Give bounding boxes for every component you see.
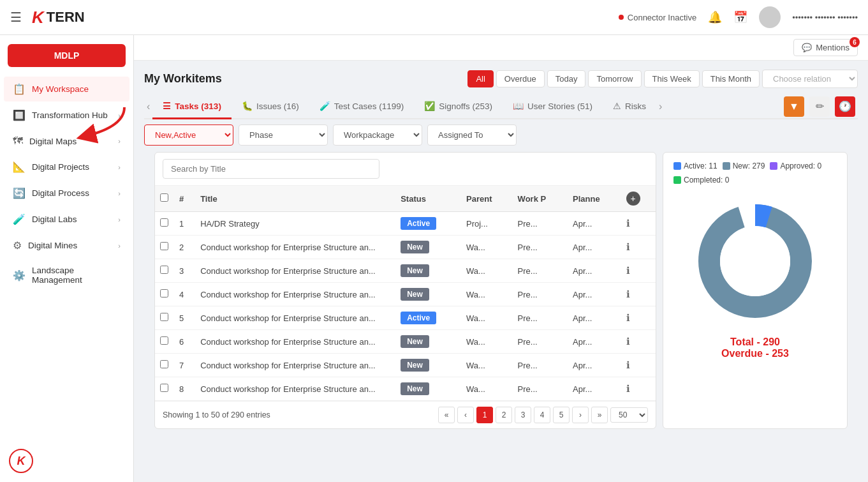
- legend-dot-completed: [673, 176, 681, 184]
- chevron-icon-2: ›: [118, 137, 121, 145]
- sidebar-item-digital-projects[interactable]: 📐 Digital Projects ›: [4, 154, 129, 179]
- col-planned: Planne: [568, 186, 621, 212]
- first-page-btn[interactable]: «: [438, 407, 455, 423]
- row-planned-1: Apr...: [568, 236, 621, 259]
- bell-icon[interactable]: 🔔: [708, 10, 722, 24]
- row-parent-2: Wa...: [461, 259, 513, 283]
- search-row: [155, 153, 656, 186]
- per-page-select[interactable]: 50 25 100: [610, 407, 648, 423]
- page-btn-4[interactable]: 4: [534, 407, 550, 423]
- app-logo: KTERN: [32, 8, 85, 27]
- calendar-icon[interactable]: 📅: [733, 10, 747, 24]
- choose-relation-select[interactable]: Choose relation: [762, 70, 858, 88]
- row-info-6[interactable]: ℹ: [621, 354, 656, 377]
- tasks-tab-icon: ☰: [163, 101, 171, 111]
- row-planned-6: Apr...: [568, 354, 621, 377]
- prev-tab-nav[interactable]: ‹: [144, 96, 152, 117]
- row-status-5: New: [395, 330, 461, 354]
- table-row: 1 HA/DR Strategy Active Proj... Pre... A…: [155, 212, 656, 236]
- row-title-3: Conduct workshop for Enterprise Structur…: [195, 283, 395, 306]
- prev-page-btn[interactable]: ‹: [457, 407, 474, 423]
- row-checkbox-0[interactable]: [160, 218, 168, 227]
- sub-tab-test-cases[interactable]: 🧪 Test Cases (1199): [309, 94, 415, 119]
- table-header-row: # Title Status Parent Work P Planne +: [155, 186, 656, 212]
- row-info-1[interactable]: ℹ: [621, 236, 656, 259]
- table-row: 2 Conduct workshop for Enterprise Struct…: [155, 236, 656, 259]
- sub-tab-signoffs[interactable]: ✅ Signoffs (253): [414, 94, 503, 119]
- sidebar-k-logo[interactable]: K: [9, 449, 33, 473]
- row-info-4[interactable]: ℹ: [621, 306, 656, 330]
- filter-tab-overdue[interactable]: Overdue: [496, 70, 545, 87]
- mentions-button[interactable]: 💬 Mentions: [793, 39, 858, 56]
- sidebar-item-digital-mines[interactable]: ⚙ Digital Mines ›: [4, 233, 129, 258]
- sidebar-item-transformation-hub[interactable]: 🔲 Transformation Hub ›: [4, 103, 129, 128]
- page-btn-5[interactable]: 5: [553, 407, 570, 423]
- avatar[interactable]: [759, 6, 781, 28]
- project-button[interactable]: MDLP: [8, 44, 126, 67]
- sub-tab-user-stories[interactable]: 📖 User Stories (51): [503, 94, 603, 119]
- phase-filter[interactable]: Phase: [239, 124, 328, 146]
- row-planned-0: Apr...: [568, 212, 621, 236]
- sidebar-item-my-workspace[interactable]: 📋 My Workspace: [4, 77, 129, 102]
- filter-action-button[interactable]: ▼: [784, 96, 804, 117]
- row-num-7: 8: [174, 377, 195, 401]
- row-checkbox-2[interactable]: [160, 266, 168, 274]
- clock-action-button[interactable]: 🕐: [835, 96, 855, 117]
- row-info-2[interactable]: ℹ: [621, 259, 656, 283]
- logo-tern: TERN: [47, 9, 85, 26]
- col-add[interactable]: +: [621, 186, 656, 212]
- sidebar-item-digital-labs[interactable]: 🧪 Digital Labs ›: [4, 207, 129, 232]
- sidebar-item-landscape-management[interactable]: ⚙️ Landscape Management: [4, 259, 129, 291]
- filter-tab-this-month[interactable]: This Month: [702, 70, 760, 87]
- row-status-4: Active: [395, 306, 461, 330]
- add-column-button[interactable]: +: [626, 192, 640, 206]
- row-status-6: New: [395, 354, 461, 377]
- workpackage-filter[interactable]: Workpackage: [333, 124, 422, 146]
- row-checkbox-3[interactable]: [160, 289, 168, 297]
- filter-tab-tomorrow[interactable]: Tomorrow: [588, 70, 641, 87]
- filter-tab-this-week[interactable]: This Week: [644, 70, 700, 87]
- sidebar-item-digital-process[interactable]: 🔄 Digital Process ›: [4, 181, 129, 206]
- row-checkbox-1[interactable]: [160, 242, 168, 250]
- table-wrapper[interactable]: # Title Status Parent Work P Planne +: [155, 186, 656, 401]
- last-page-btn[interactable]: »: [591, 407, 608, 423]
- row-checkbox-5[interactable]: [160, 336, 168, 345]
- row-checkbox-7[interactable]: [160, 384, 168, 392]
- chevron-icon-6: ›: [118, 242, 121, 250]
- sub-tab-risks[interactable]: ⚠ Risks: [603, 94, 656, 119]
- row-info-3[interactable]: ℹ: [621, 283, 656, 306]
- row-status-7: New: [395, 377, 461, 401]
- sub-tab-issues[interactable]: 🐛 Issues (16): [232, 94, 309, 119]
- select-all-checkbox[interactable]: [160, 193, 168, 202]
- page-btn-2[interactable]: 2: [496, 407, 512, 423]
- filter-tab-today[interactable]: Today: [547, 70, 586, 87]
- sidebar-item-digital-maps[interactable]: 🗺 Digital Maps ›: [4, 129, 129, 153]
- row-workp-4: Pre...: [513, 306, 568, 330]
- row-checkbox-6[interactable]: [160, 360, 168, 368]
- row-info-0[interactable]: ℹ: [621, 212, 656, 236]
- sidebar-label-digital-mines: Digital Mines: [28, 241, 77, 250]
- page-btn-1[interactable]: 1: [476, 407, 493, 423]
- assigned-to-filter[interactable]: Assigned To: [427, 124, 517, 146]
- row-info-5[interactable]: ℹ: [621, 330, 656, 354]
- filter-tab-all[interactable]: All: [467, 70, 493, 87]
- row-checkbox-4[interactable]: [160, 313, 168, 321]
- row-planned-3: Apr...: [568, 283, 621, 306]
- search-input[interactable]: [163, 159, 379, 179]
- col-workp: Work P: [513, 186, 568, 212]
- next-page-btn[interactable]: ›: [572, 407, 589, 423]
- row-num-6: 7: [174, 354, 195, 377]
- row-num-3: 4: [174, 283, 195, 306]
- next-tab-nav[interactable]: ›: [656, 96, 665, 117]
- new-active-filter[interactable]: New,Active: [144, 124, 233, 146]
- hamburger-icon[interactable]: ☰: [10, 10, 22, 25]
- edit-action-button[interactable]: ✏: [809, 96, 830, 117]
- sidebar-label-transformation-hub: Transformation Hub: [32, 110, 108, 120]
- row-info-7[interactable]: ℹ: [621, 377, 656, 401]
- sidebar-label-digital-process: Digital Process: [32, 188, 89, 198]
- sidebar-label-digital-maps: Digital Maps: [29, 137, 77, 146]
- row-parent-0: Proj...: [461, 212, 513, 236]
- sub-tab-tasks[interactable]: ☰ Tasks (313): [152, 94, 232, 119]
- row-title-4: Conduct workshop for Enterprise Structur…: [195, 306, 395, 330]
- page-btn-3[interactable]: 3: [515, 407, 531, 423]
